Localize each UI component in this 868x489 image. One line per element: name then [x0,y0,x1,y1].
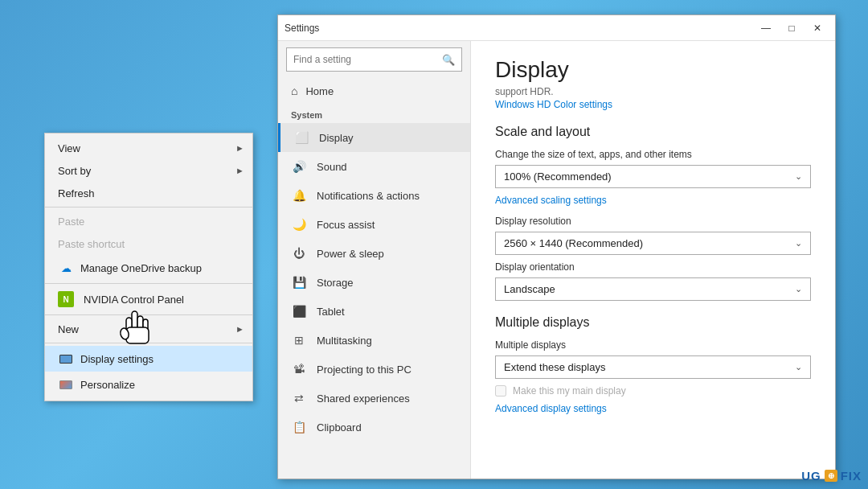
advanced-scaling-link[interactable]: Advanced scaling settings [495,195,811,206]
watermark: UG ⊕ FIX [801,469,862,483]
hdr-color-link[interactable]: Windows HD Color settings [495,99,811,110]
focus-nav-label: Focus assist [317,219,375,231]
notifications-nav-icon: 🔔 [291,187,307,203]
onedrive-label: Manage OneDrive backup [80,262,202,274]
orientation-label: Display orientation [495,261,811,273]
windows-hd-color-link[interactable]: Windows HD Color settings [495,99,612,110]
hdr-support-text: support HDR. [495,86,811,97]
clipboard-nav-label: Clipboard [317,421,362,434]
window-title: Settings [285,23,319,34]
nvidia-label: NVIDIA Control Panel [84,294,184,306]
close-button[interactable]: ✕ [806,20,829,36]
maximize-button[interactable]: □ [780,20,803,36]
multiple-displays-dropdown[interactable]: Extend these displays ⌄ [495,355,811,379]
sidebar-item-tablet[interactable]: ⬛ Tablet [278,297,470,326]
sidebar-item-shared[interactable]: ⇄ Shared experiences [278,384,470,413]
search-input[interactable] [293,54,442,65]
settings-window: Settings — □ ✕ 🔍 ⌂ Home [277,14,836,479]
storage-nav-label: Storage [317,277,354,289]
resolution-chevron-icon: ⌄ [795,238,802,249]
sidebar-item-sound[interactable]: 🔊 Sound [278,152,470,181]
new-label: New [58,323,79,335]
context-menu-item-paste-shortcut[interactable]: Paste shortcut [45,232,252,255]
sidebar-item-display[interactable]: ⬜ Display [278,123,470,152]
watermark-text: UG [801,469,821,483]
multitasking-nav-icon: ⊞ [291,332,307,348]
storage-nav-icon: 💾 [291,274,307,290]
sidebar-item-storage[interactable]: 💾 Storage [278,268,470,297]
sidebar-section-title: System [278,104,470,123]
display-settings-icon [58,351,74,367]
main-display-row: Make this my main display [495,385,811,397]
resolution-value: 2560 × 1440 (Recommended) [504,237,643,249]
context-menu-item-onedrive[interactable]: ☁ Manage OneDrive backup [45,255,252,281]
sound-nav-label: Sound [317,161,347,173]
context-menu-item-paste[interactable]: Paste [45,210,252,232]
sidebar-item-clipboard[interactable]: 📋 Clipboard [278,413,470,442]
view-arrow: ► [235,143,244,153]
title-bar: Settings — □ ✕ [278,15,835,41]
multiple-displays-value: Extend these displays [504,361,605,373]
context-menu-item-nvidia[interactable]: N NVIDIA Control Panel [45,286,252,312]
orientation-dropdown[interactable]: Landscape ⌄ [495,277,811,301]
context-menu-item-personalize[interactable]: Personalize [45,372,252,397]
shared-nav-icon: ⇄ [291,390,307,406]
search-box[interactable]: 🔍 [286,47,462,72]
projecting-nav-label: Projecting to this PC [317,364,411,376]
separator-2 [45,283,252,284]
page-title: Display [495,57,811,83]
clipboard-nav-icon: 📋 [291,419,307,435]
sidebar-item-notifications[interactable]: 🔔 Notifications & actions [278,181,470,210]
main-display-checkbox[interactable] [495,385,506,397]
multitasking-nav-label: Multitasking [317,335,372,347]
display-settings-label: Display settings [80,353,154,365]
display-nav-icon: ⬜ [293,129,309,146]
context-menu: View ► Sort by ► Refresh Paste Paste sho… [44,133,253,401]
sidebar-item-power[interactable]: ⏻ Power & sleep [278,239,470,268]
sidebar-item-projecting[interactable]: 📽 Projecting to this PC [278,355,470,384]
context-menu-item-new[interactable]: New ► [45,318,252,340]
separator-1 [45,207,252,208]
onedrive-icon: ☁ [58,260,74,276]
context-menu-item-display-settings[interactable]: Display settings [45,346,252,372]
projecting-nav-icon: 📽 [291,361,307,377]
multiple-displays-chevron-icon: ⌄ [795,362,802,372]
multiple-displays-label: Multiple displays [495,339,811,351]
watermark-badge: ⊕ [825,470,837,482]
resolution-dropdown[interactable]: 2560 × 1440 (Recommended) ⌄ [495,232,811,255]
sidebar-item-home[interactable]: ⌂ Home [278,78,470,104]
search-icon[interactable]: 🔍 [442,54,455,66]
tablet-nav-icon: ⬛ [291,303,307,319]
new-arrow: ► [235,324,244,334]
context-menu-item-sort[interactable]: Sort by ► [45,159,252,182]
home-label: Home [305,85,334,97]
view-label: View [58,142,80,154]
sort-arrow: ► [235,166,244,175]
settings-main: Display support HDR. Windows HD Color se… [471,41,835,479]
title-bar-controls: — □ ✕ [755,20,829,36]
sidebar-search-container: 🔍 [278,41,470,78]
sidebar-item-multitasking[interactable]: ⊞ Multitasking [278,326,470,355]
power-nav-icon: ⏻ [291,245,307,261]
multiple-displays-section-title: Multiple displays [495,315,811,330]
home-icon: ⌂ [291,84,297,97]
shared-nav-label: Shared experiences [317,392,410,405]
desktop: View ► Sort by ► Refresh Paste Paste sho… [0,0,868,489]
scale-dropdown[interactable]: 100% (Recommended) ⌄ [495,165,811,188]
sound-nav-icon: 🔊 [291,158,307,175]
context-menu-item-view[interactable]: View ► [45,137,252,159]
personalize-icon [58,376,74,392]
nvidia-icon: N [58,291,74,307]
scale-layout-section-title: Scale and layout [495,125,811,139]
orientation-value: Landscape [504,283,555,295]
scale-value: 100% (Recommended) [504,171,612,183]
context-menu-item-refresh[interactable]: Refresh [45,182,252,204]
advanced-display-link[interactable]: Advanced display settings [495,403,811,414]
settings-body: 🔍 ⌂ Home System ⬜ Display 🔊 Sound [278,41,835,479]
separator-3 [45,314,252,315]
sort-label: Sort by [58,165,91,177]
refresh-label: Refresh [58,187,95,199]
personalize-label: Personalize [80,379,135,391]
minimize-button[interactable]: — [755,20,777,36]
sidebar-item-focus[interactable]: 🌙 Focus assist [278,210,470,239]
